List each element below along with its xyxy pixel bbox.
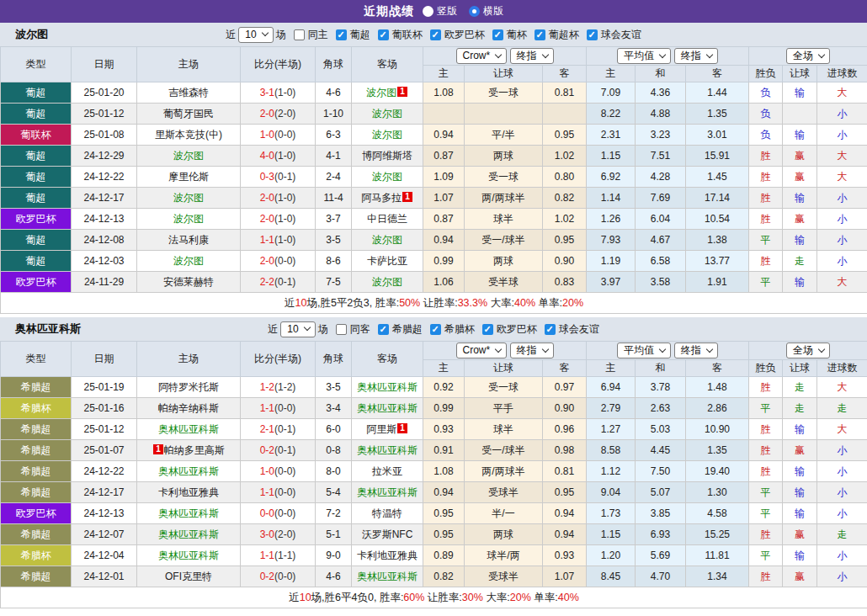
handicap-result-cell: 走: [783, 251, 817, 272]
avg-draw-odds: 3.85: [636, 503, 686, 524]
handicap-line: 受一/球半: [465, 230, 543, 251]
handicap-line: 球半/两: [465, 545, 543, 566]
layout-radio-horizontal[interactable]: 横版: [469, 4, 503, 19]
league-filter-checkbox[interactable]: ✓: [535, 29, 545, 40]
league-badge: 欧罗巴杯: [1, 272, 72, 293]
match-date: 24-12-13: [72, 209, 137, 230]
handicap-away-odds: 0.80: [543, 167, 587, 188]
league-filter-checkbox[interactable]: ✓: [492, 29, 503, 40]
away-team-cell: 拉米亚: [352, 461, 423, 482]
handicap-result-cell: 输: [783, 545, 817, 566]
bookmaker-final-select[interactable]: 终指: [510, 48, 554, 64]
win-loss-cell: 负: [749, 125, 783, 146]
handicap-result-cell: 赢: [783, 524, 817, 545]
bookmaker-select[interactable]: Crow*: [456, 48, 508, 64]
avg-away-odds: 1.38: [686, 230, 749, 251]
recent-count-select[interactable]: 10: [238, 27, 273, 43]
league-filter-checkbox[interactable]: ✓: [430, 324, 441, 335]
home-team-cell: 奥林匹亚科斯: [137, 419, 241, 440]
match-row: 希腊超 24-12-17 卡利地亚雅典 1-1(0-0) 5-4 奥林匹亚科斯 …: [1, 482, 867, 503]
handicap-home-odds: 0.89: [423, 545, 465, 566]
avg-draw-odds: 7.50: [636, 461, 686, 482]
league-badge: 葡超: [1, 188, 72, 209]
league-filter-checkbox[interactable]: ✓: [545, 324, 556, 335]
scope-select[interactable]: 全场: [786, 48, 830, 64]
away-team-cell: 特温特: [352, 503, 423, 524]
league-filter-checkbox[interactable]: ✓: [336, 29, 347, 40]
scope-select[interactable]: 全场: [786, 343, 830, 358]
chevron-down-icon: [705, 50, 712, 57]
home-team-cell: 波尔图: [137, 209, 241, 230]
bookmaker-final-select[interactable]: 终指: [510, 343, 554, 358]
team-name: 奥林匹亚科斯: [158, 528, 219, 540]
avg-home-odds: 8.22: [587, 104, 636, 125]
layout-radio-group: 竖版 横版: [423, 4, 503, 19]
away-team-cell: 中日德兰: [352, 209, 423, 230]
avg-home-odds: 8.45: [587, 566, 636, 587]
league-filter-checkbox[interactable]: ✓: [482, 324, 493, 335]
handicap-result-cell: [783, 104, 817, 125]
same-side-checkbox[interactable]: [294, 29, 305, 40]
summary-text: 近10场,胜5平2负3, 胜率:50% 让胜率:33.3% 大率:40% 单率:…: [1, 293, 867, 314]
avg-draw-odds: 7.69: [636, 188, 686, 209]
recent-count-select[interactable]: 10: [280, 321, 315, 337]
team-name: 波尔图: [173, 255, 204, 267]
away-team-cell: 博阿维斯塔: [352, 146, 423, 167]
handicap-away-odds: 0.94: [543, 524, 587, 545]
same-side-checkbox[interactable]: [336, 324, 347, 335]
handicap-line: 半/一: [465, 503, 543, 524]
home-team-cell: 吉维森特: [137, 82, 241, 104]
layout-radio-horizontal-label: 横版: [483, 4, 503, 19]
average-select[interactable]: 平均值: [617, 343, 671, 358]
red-card-badge: 1: [397, 87, 407, 97]
handicap-away-odds: 0.90: [543, 398, 587, 419]
corners-cell: 3-5: [316, 230, 352, 251]
match-row: 葡超 24-12-22 摩里伦斯 0-3(0-1) 2-4 波尔图 1.09 受…: [1, 167, 867, 188]
win-loss-cell: 胜: [749, 251, 783, 272]
league-badge: 葡超: [1, 104, 72, 125]
average-select[interactable]: 平均值: [617, 48, 671, 64]
column-header: 类型: [1, 47, 72, 82]
goals-result-cell: 小: [817, 482, 867, 503]
team-name: 帕纳多里高斯: [164, 444, 225, 456]
goals-result-cell: 大: [817, 419, 867, 440]
league-filter-checkbox[interactable]: ✓: [587, 29, 598, 40]
handicap-away-odds: 0.90: [543, 251, 587, 272]
team-name: 吉维森特: [168, 87, 209, 98]
away-team-cell: 卡萨比亚: [352, 251, 423, 272]
away-team-cell: 奥林匹亚科斯: [352, 377, 423, 398]
column-header: 胜负: [749, 360, 783, 377]
column-header: 主场: [137, 47, 241, 82]
handicap-result-cell: 赢: [783, 209, 817, 230]
bookmaker-select[interactable]: Crow*: [456, 343, 508, 358]
average-final-select[interactable]: 终指: [674, 343, 718, 358]
layout-radio-vertical[interactable]: 竖版: [423, 4, 457, 19]
handicap-result-cell: 走: [783, 377, 817, 398]
handicap-result-cell: 输: [783, 272, 817, 293]
team-name: 波尔图: [372, 129, 402, 141]
avg-home-odds: 1.26: [587, 209, 636, 230]
win-loss-cell: 胜: [749, 524, 783, 545]
avg-draw-odds: 6.93: [636, 524, 686, 545]
home-team-cell: 里斯本竞技(中): [137, 125, 241, 146]
avg-draw-odds: 3.23: [636, 125, 686, 146]
avg-away-odds: 1.35: [686, 440, 749, 461]
win-loss-cell: 平: [749, 398, 783, 419]
win-loss-cell: 胜: [749, 377, 783, 398]
league-filter-checkbox[interactable]: ✓: [430, 29, 441, 40]
team-name: 奥林匹亚科斯: [357, 402, 418, 414]
team-name-heading: 奥林匹亚科斯: [15, 321, 81, 337]
average-final-select[interactable]: 终指: [674, 48, 718, 64]
league-badge: 希腊超: [1, 482, 72, 503]
handicap-away-odds: 0.95: [543, 125, 587, 146]
handicap-away-odds: 0.96: [543, 419, 587, 440]
handicap-line: 球半: [465, 419, 543, 440]
win-loss-cell: 平: [749, 545, 783, 566]
match-date: 25-01-08: [72, 125, 137, 146]
league-filter-checkbox[interactable]: ✓: [378, 324, 389, 335]
league-filter-checkbox[interactable]: ✓: [378, 29, 389, 40]
handicap-line: 两/两球半: [465, 188, 543, 209]
match-row: 希腊杯 25-01-16 帕纳辛纳科斯 1-1(0-0) 3-4 奥林匹亚科斯 …: [1, 398, 867, 419]
league-badge: 葡超: [1, 82, 72, 104]
avg-home-odds: 1.27: [587, 419, 636, 440]
